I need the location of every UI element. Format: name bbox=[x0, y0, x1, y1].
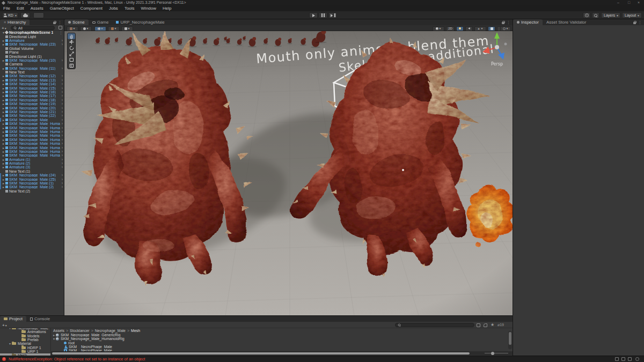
hierarchy-item[interactable]: ▸SKM_Necropage_Male_Huma› bbox=[0, 142, 64, 145]
folder-item[interactable]: URP 1 bbox=[0, 350, 50, 353]
prefab-open-arrow[interactable]: › bbox=[62, 153, 63, 157]
favorites-star-icon[interactable]: ★ bbox=[491, 322, 494, 327]
search-by-type-icon[interactable] bbox=[477, 323, 480, 327]
view-options-dropdown[interactable]: ▼ bbox=[121, 26, 133, 31]
hierarchy-item[interactable]: Camera bbox=[0, 62, 64, 66]
prefab-open-arrow[interactable]: › bbox=[62, 78, 63, 82]
status-bar[interactable]: ! NullReferenceException: Object referen… bbox=[0, 356, 644, 362]
foldout-icon[interactable]: ▸ bbox=[2, 134, 5, 137]
hand-tool-button[interactable] bbox=[68, 33, 75, 39]
prefab-open-arrow[interactable]: › bbox=[62, 98, 63, 102]
project-vertical-scrollbar[interactable] bbox=[508, 331, 512, 349]
prefab-open-arrow[interactable]: › bbox=[62, 102, 63, 106]
foldout-icon[interactable]: ▸ bbox=[2, 67, 5, 70]
breadcrumb-item[interactable]: Mesh bbox=[131, 329, 140, 333]
hierarchy-item[interactable]: New Text bbox=[0, 70, 64, 74]
foldout-icon[interactable]: ▸ bbox=[2, 110, 5, 114]
thumbnail-zoom-slider[interactable] bbox=[485, 353, 508, 353]
prefab-open-arrow[interactable]: › bbox=[62, 161, 63, 165]
tab-inspector[interactable]: Inspector bbox=[513, 19, 543, 25]
project-search-input[interactable] bbox=[395, 323, 474, 327]
kebab-menu-icon[interactable]: ⋮ bbox=[507, 21, 510, 26]
undo-history-button[interactable] bbox=[583, 12, 590, 18]
lock-icon[interactable] bbox=[502, 21, 504, 24]
foldout-icon[interactable]: ▸ bbox=[2, 58, 5, 62]
transform-tool-button[interactable] bbox=[68, 63, 75, 69]
prefab-open-arrow[interactable]: › bbox=[62, 110, 63, 114]
prefab-open-arrow[interactable]: › bbox=[62, 134, 63, 137]
draw-mode-dropdown[interactable]: ▼ bbox=[94, 26, 106, 31]
tab-project[interactable]: Project bbox=[0, 316, 26, 322]
rect-tool-button[interactable] bbox=[68, 57, 75, 63]
foldout-icon[interactable]: ▸ bbox=[2, 130, 5, 134]
prefab-open-arrow[interactable]: › bbox=[62, 158, 63, 161]
tab-console[interactable]: Console bbox=[26, 316, 54, 322]
prefab-open-arrow[interactable]: › bbox=[62, 67, 63, 70]
hierarchy-item[interactable]: ▸SKM_Necropage_Male (24)› bbox=[0, 173, 64, 177]
status-activity-icon-1[interactable] bbox=[615, 357, 619, 361]
foldout-icon[interactable]: ▸ bbox=[2, 178, 5, 181]
foldout-icon[interactable]: ▸ bbox=[2, 138, 5, 142]
hierarchy-item[interactable]: ▸SKM_Necropage_Male (11)› bbox=[0, 67, 64, 70]
prefab-open-arrow[interactable]: › bbox=[62, 86, 63, 90]
hierarchy-item[interactable]: ▾NecrophageMaleScene 1⋮ bbox=[0, 31, 64, 34]
scene-camera-toggle[interactable] bbox=[488, 26, 495, 31]
filter-icon[interactable] bbox=[58, 26, 62, 29]
hidden-packages-toggle[interactable]: ⌀19 bbox=[497, 323, 504, 327]
hierarchy-search-input[interactable]: All bbox=[11, 26, 55, 30]
foldout-icon[interactable]: ▾ bbox=[0, 342, 12, 345]
search-button[interactable] bbox=[592, 12, 599, 18]
hierarchy-item[interactable]: New Text (2) bbox=[0, 189, 64, 193]
hierarchy-item[interactable]: ▸SKM_Necropage_Male (1)› bbox=[0, 181, 64, 185]
account-button[interactable]: KD▼ bbox=[2, 12, 18, 18]
hierarchy-item[interactable]: ▸SKM_Necropage_Male_Huma› bbox=[0, 145, 64, 149]
hierarchy-item[interactable]: ▸SKM_Necropage_Male_Huma› bbox=[0, 138, 64, 142]
shading-mode-dropdown[interactable]: ▼ bbox=[433, 26, 444, 31]
hierarchy-item[interactable]: ▸SKM_Necropage_Male (22)› bbox=[0, 114, 64, 117]
prefab-open-arrow[interactable]: › bbox=[62, 74, 63, 78]
prefab-open-arrow[interactable]: › bbox=[62, 42, 63, 46]
prefab-open-arrow[interactable]: › bbox=[62, 39, 63, 42]
foldout-icon[interactable]: ▾ bbox=[52, 337, 56, 341]
view-label[interactable]: Persp bbox=[491, 62, 503, 67]
status-progress-icon[interactable] bbox=[635, 357, 639, 361]
prefab-open-arrow[interactable]: › bbox=[62, 181, 63, 185]
prefab-open-arrow[interactable]: › bbox=[62, 146, 63, 150]
menu-gameobject[interactable]: GameObject bbox=[47, 5, 77, 11]
hierarchy-item[interactable]: ▸SKM_Necropage_Male_Huma› bbox=[0, 150, 64, 153]
hierarchy-item[interactable]: Plane bbox=[0, 50, 64, 54]
foldout-icon[interactable]: ▸ bbox=[2, 161, 5, 165]
menu-jobs[interactable]: Jobs bbox=[106, 5, 121, 11]
foldout-icon[interactable]: ▸ bbox=[2, 82, 5, 86]
hierarchy-item[interactable]: ▸Armature (3)› bbox=[0, 165, 64, 169]
layout-dropdown[interactable]: Layout▼ bbox=[622, 12, 642, 18]
effects-dropdown[interactable]: ✶▼ bbox=[474, 26, 486, 31]
audio-toggle[interactable] bbox=[465, 26, 473, 31]
gizmos-dropdown[interactable]: ▼ bbox=[500, 26, 511, 31]
menu-tools[interactable]: Tools bbox=[121, 5, 138, 11]
axis-center[interactable] bbox=[495, 45, 499, 49]
folder-item[interactable]: HDRP 1 bbox=[0, 345, 50, 349]
create-button[interactable]: +▼ bbox=[2, 26, 7, 31]
foldout-icon[interactable]: ▸ bbox=[2, 90, 5, 94]
scene-viewport[interactable]: Mouth only anims to blend them Skeleton … bbox=[64, 31, 513, 315]
foldout-icon[interactable]: ▸ bbox=[2, 173, 5, 177]
hierarchy-item[interactable]: New Text (1) bbox=[0, 169, 64, 173]
hierarchy-item[interactable]: ▸SKM_Necropage_Male_Huma› bbox=[0, 134, 64, 137]
status-message[interactable]: NullReferenceException: Object reference… bbox=[9, 357, 145, 361]
foldout-icon[interactable]: ▸ bbox=[2, 74, 5, 78]
prefab-open-arrow[interactable]: › bbox=[62, 106, 63, 110]
foldout-icon[interactable]: ▸ bbox=[2, 122, 5, 125]
prefab-open-arrow[interactable]: › bbox=[62, 142, 63, 145]
hierarchy-item[interactable]: Global Volume bbox=[0, 47, 64, 50]
prefab-open-arrow[interactable]: › bbox=[62, 178, 63, 181]
hierarchy-item[interactable]: ▸SKM_Necropage_Male› bbox=[0, 118, 64, 122]
foldout-icon[interactable]: ▸ bbox=[2, 146, 5, 150]
menu-assets[interactable]: Assets bbox=[27, 5, 47, 11]
tab-hierarchy[interactable]: ≡ Hierarchy bbox=[0, 19, 30, 25]
foldout-icon[interactable]: ▸ bbox=[2, 185, 5, 189]
prefab-open-arrow[interactable]: › bbox=[62, 150, 63, 153]
prefab-open-arrow[interactable]: › bbox=[62, 130, 63, 134]
hierarchy-item[interactable]: ▸SKM_Necropage_Male (14)› bbox=[0, 82, 64, 86]
prefab-open-arrow[interactable]: › bbox=[62, 114, 63, 117]
